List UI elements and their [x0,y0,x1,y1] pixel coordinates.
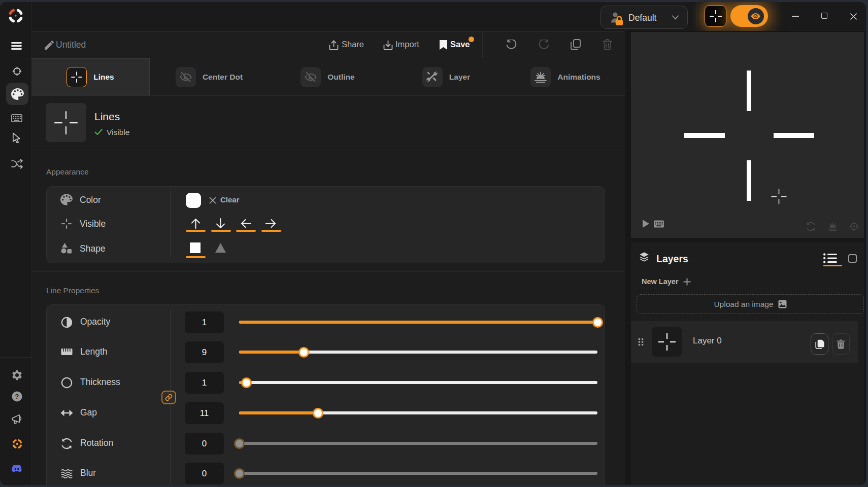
svg-text:?: ? [15,393,19,400]
